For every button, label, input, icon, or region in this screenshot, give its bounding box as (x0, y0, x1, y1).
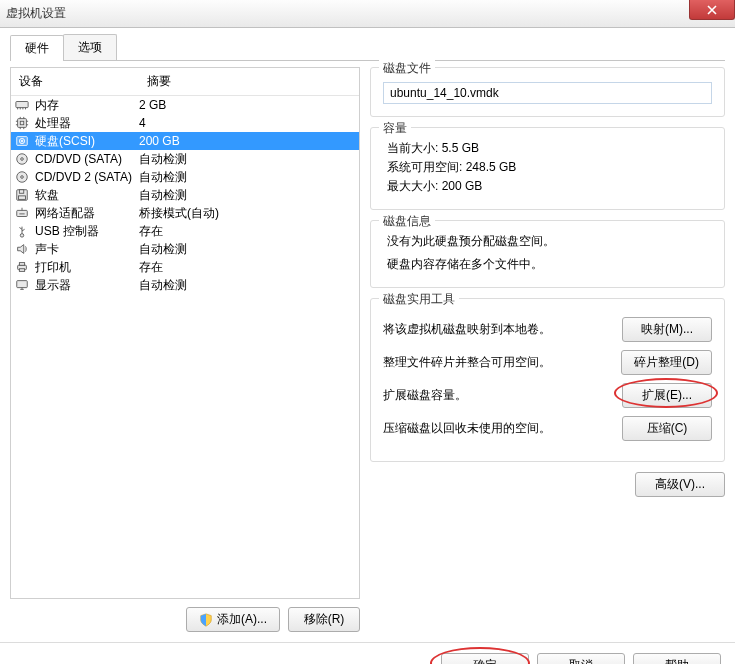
svg-rect-16 (19, 263, 24, 266)
util-compact-desc: 压缩磁盘以回收未使用的空间。 (383, 420, 614, 437)
device-name: USB 控制器 (33, 223, 139, 240)
window-title: 虚拟机设置 (6, 5, 66, 22)
list-header: 设备 摘要 (11, 68, 359, 96)
device-name: 软盘 (33, 187, 139, 204)
tab-options[interactable]: 选项 (63, 34, 117, 60)
device-name: 处理器 (33, 115, 139, 132)
svg-rect-17 (19, 269, 24, 272)
sound-icon (11, 242, 33, 256)
device-row-cpu[interactable]: 处理器4 (11, 114, 359, 132)
device-summary: 存在 (139, 259, 359, 276)
device-row-usb[interactable]: USB 控制器存在 (11, 222, 359, 240)
capacity-free: 系统可用空间: 248.5 GB (383, 159, 712, 176)
device-summary: 桥接模式(自动) (139, 205, 359, 222)
svg-point-9 (21, 176, 24, 179)
cpu-icon (11, 116, 33, 130)
remove-button[interactable]: 移除(R) (288, 607, 360, 632)
tabs: 硬件 选项 (10, 34, 725, 61)
add-button[interactable]: 添加(A)... (186, 607, 280, 632)
svg-rect-0 (16, 102, 28, 108)
map-button[interactable]: 映射(M)... (622, 317, 712, 342)
titlebar: 虚拟机设置 (0, 0, 735, 28)
device-summary: 200 GB (139, 134, 359, 148)
group-title-disk-file: 磁盘文件 (379, 60, 435, 77)
device-row-net[interactable]: 网络适配器桥接模式(自动) (11, 204, 359, 222)
group-disk-file: 磁盘文件 (370, 67, 725, 117)
disk-info-line2: 硬盘内容存储在多个文件中。 (383, 256, 712, 273)
device-row-floppy[interactable]: 软盘自动检测 (11, 186, 359, 204)
device-name: CD/DVD (SATA) (33, 152, 139, 166)
tab-hardware[interactable]: 硬件 (10, 35, 64, 61)
device-summary: 4 (139, 116, 359, 130)
net-icon (11, 206, 33, 220)
group-title-disk-info: 磁盘信息 (379, 213, 435, 230)
capacity-current: 当前大小: 5.5 GB (383, 140, 712, 157)
device-row-cd[interactable]: CD/DVD 2 (SATA)自动检测 (11, 168, 359, 186)
col-device[interactable]: 设备 (11, 68, 139, 95)
help-button[interactable]: 帮助 (633, 653, 721, 664)
device-row-sound[interactable]: 声卡自动检测 (11, 240, 359, 258)
device-summary: 2 GB (139, 98, 359, 112)
group-capacity: 容量 当前大小: 5.5 GB 系统可用空间: 248.5 GB 最大大小: 2… (370, 127, 725, 210)
svg-point-14 (20, 234, 24, 238)
svg-rect-2 (20, 121, 24, 125)
cd-icon (11, 152, 33, 166)
defrag-button[interactable]: 碎片整理(D) (621, 350, 712, 375)
util-map-desc: 将该虚拟机磁盘映射到本地卷。 (383, 321, 614, 338)
memory-icon (11, 98, 33, 112)
usb-icon (11, 224, 33, 238)
disk-info-line1: 没有为此硬盘预分配磁盘空间。 (383, 233, 712, 250)
shield-icon (199, 613, 213, 627)
group-disk-info: 磁盘信息 没有为此硬盘预分配磁盘空间。 硬盘内容存储在多个文件中。 (370, 220, 725, 288)
svg-rect-18 (17, 281, 28, 288)
group-utils: 磁盘实用工具 将该虚拟机磁盘映射到本地卷。 映射(M)... 整理文件碎片并整合… (370, 298, 725, 462)
group-title-capacity: 容量 (379, 120, 411, 137)
cd-icon (11, 170, 33, 184)
device-name: 显示器 (33, 277, 139, 294)
device-name: CD/DVD 2 (SATA) (33, 170, 139, 184)
display-icon (11, 278, 33, 292)
util-defrag-desc: 整理文件碎片并整合可用空间。 (383, 354, 613, 371)
bottom-bar: 确定 取消 帮助 (0, 642, 735, 664)
compact-button[interactable]: 压缩(C) (622, 416, 712, 441)
advanced-button[interactable]: 高级(V)... (635, 472, 725, 497)
device-row-hdd[interactable]: 硬盘(SCSI)200 GB (11, 132, 359, 150)
device-summary: 自动检测 (139, 169, 359, 186)
device-summary: 自动检测 (139, 277, 359, 294)
device-row-printer[interactable]: 打印机存在 (11, 258, 359, 276)
ok-button[interactable]: 确定 (441, 653, 529, 664)
cancel-button[interactable]: 取消 (537, 653, 625, 664)
hdd-icon (11, 134, 33, 148)
svg-point-7 (21, 158, 24, 161)
close-button[interactable] (689, 0, 735, 20)
capacity-max: 最大大小: 200 GB (383, 178, 712, 195)
device-name: 内存 (33, 97, 139, 114)
close-icon (707, 5, 717, 15)
device-name: 声卡 (33, 241, 139, 258)
device-name: 打印机 (33, 259, 139, 276)
add-button-label: 添加(A)... (217, 611, 267, 628)
svg-rect-11 (19, 190, 23, 194)
util-expand-desc: 扩展磁盘容量。 (383, 387, 614, 404)
device-name: 硬盘(SCSI) (33, 133, 139, 150)
device-row-cd[interactable]: CD/DVD (SATA)自动检测 (11, 150, 359, 168)
col-summary[interactable]: 摘要 (139, 68, 359, 95)
svg-point-5 (21, 140, 22, 141)
device-summary: 自动检测 (139, 241, 359, 258)
disk-file-input[interactable] (383, 82, 712, 104)
device-summary: 自动检测 (139, 151, 359, 168)
expand-button[interactable]: 扩展(E)... (622, 383, 712, 408)
device-summary: 自动检测 (139, 187, 359, 204)
group-title-utils: 磁盘实用工具 (379, 291, 459, 308)
device-summary: 存在 (139, 223, 359, 240)
printer-icon (11, 260, 33, 274)
device-row-memory[interactable]: 内存2 GB (11, 96, 359, 114)
floppy-icon (11, 188, 33, 202)
device-row-display[interactable]: 显示器自动检测 (11, 276, 359, 294)
device-list: 设备 摘要 内存2 GB处理器4硬盘(SCSI)200 GBCD/DVD (SA… (10, 67, 360, 599)
device-name: 网络适配器 (33, 205, 139, 222)
svg-rect-12 (19, 196, 26, 200)
